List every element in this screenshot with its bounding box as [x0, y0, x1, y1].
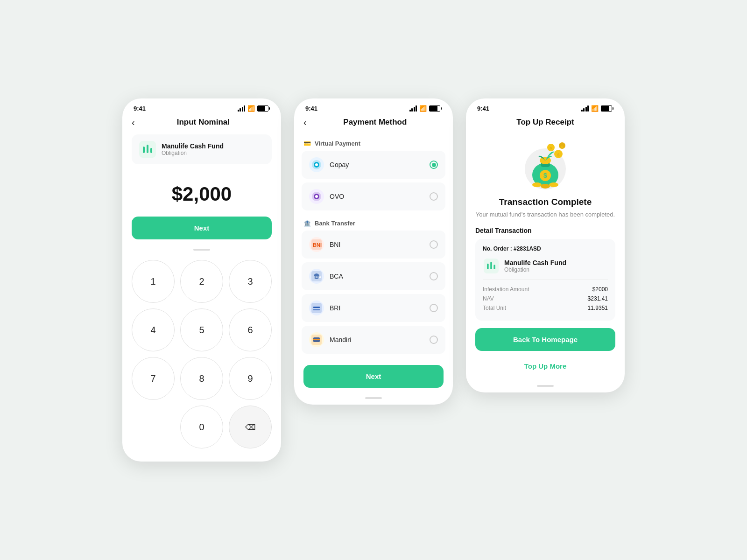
num-key-7[interactable]: 7	[132, 357, 175, 400]
receipt-fund-icon	[483, 258, 500, 274]
order-no-value: #2831ASD	[514, 245, 541, 252]
signal-icon-2	[409, 106, 417, 112]
payment-item-bca[interactable]: BCA BCA	[302, 262, 445, 290]
svg-rect-16	[313, 307, 320, 308]
svg-point-28	[541, 184, 550, 189]
time-1: 9:41	[134, 105, 146, 112]
num-key-3[interactable]: 3	[229, 260, 272, 303]
screen-payment-method: 9:41 📶 ‹ Payment Method 💳 Virtual Paymen…	[294, 98, 453, 405]
fund-card-1: Manulife Cash Fund Obligation	[132, 134, 272, 164]
svg-rect-38	[490, 262, 492, 269]
num-key-6[interactable]: 6	[229, 308, 272, 351]
back-to-homepage-button[interactable]: Back To Homepage	[475, 328, 615, 351]
gopay-icon	[309, 157, 324, 172]
bca-name: BCA	[330, 273, 430, 280]
order-no: No. Order : #2831ASD	[483, 245, 608, 252]
svg-point-9	[315, 195, 318, 198]
num-key-1[interactable]: 1	[132, 260, 175, 303]
gopay-radio[interactable]	[430, 161, 438, 169]
unit-value: 11.9351	[588, 305, 608, 311]
detail-title: Detail Transaction	[475, 227, 615, 234]
bri-icon	[309, 301, 324, 315]
svg-rect-37	[487, 263, 489, 269]
status-icons-3: 📶	[581, 105, 614, 112]
wifi-icon-3: 📶	[591, 105, 599, 112]
bri-radio[interactable]	[430, 304, 438, 312]
signal-icon-3	[581, 106, 589, 112]
payment-item-ovo[interactable]: OVO	[302, 182, 445, 210]
num-key-0[interactable]: 0	[180, 406, 223, 448]
status-bar-3: 9:41 📶	[466, 98, 625, 116]
fund-type-1: Obligation	[162, 150, 224, 156]
virtual-payment-label: 💳 Virtual Payment	[294, 134, 453, 151]
payment-item-bri[interactable]: BRI	[302, 294, 445, 322]
fund-name-1: Manulife Cash Fund	[162, 142, 224, 150]
ovo-name: OVO	[330, 193, 430, 200]
bca-radio[interactable]	[430, 272, 438, 280]
svg-rect-39	[493, 265, 495, 269]
numpad: 1 2 3 4 5 6 7 8 9 0 ⌫	[122, 260, 281, 462]
receipt-header: Top Up Receipt	[466, 116, 625, 131]
mandiri-name: Mandiri	[330, 336, 430, 343]
receipt-illustration: $ $ $ $	[466, 131, 625, 197]
svg-point-29	[549, 182, 558, 187]
num-key-4[interactable]: 4	[132, 308, 175, 351]
ovo-icon	[309, 189, 324, 204]
wifi-icon-1: 📶	[247, 105, 255, 112]
svg-text:BCA: BCA	[314, 275, 321, 279]
svg-point-27	[532, 182, 542, 187]
mandiri-radio[interactable]	[430, 336, 438, 344]
svg-text:$: $	[543, 172, 547, 179]
complete-subtitle: Your mutual fund's transaction has been …	[475, 210, 615, 219]
svg-rect-1	[143, 147, 145, 153]
svg-text:$: $	[550, 146, 552, 150]
next-button-2[interactable]: Next	[303, 365, 444, 388]
amount-display: $2,000	[122, 174, 281, 217]
bca-icon: BCA	[309, 269, 324, 284]
bank-transfer-label: 🏦 Bank Transfer	[294, 214, 453, 231]
screen-header-2: ‹ Payment Method	[294, 116, 453, 134]
wifi-icon-2: 📶	[419, 105, 427, 112]
num-key-2[interactable]: 2	[180, 260, 223, 303]
back-button-1[interactable]: ‹	[132, 118, 135, 127]
svg-rect-2	[147, 145, 148, 153]
receipt-fund-name: Manulife Cash Fund	[504, 259, 566, 266]
bank-transfer-icon: 🏦	[303, 220, 311, 227]
ovo-radio[interactable]	[430, 192, 438, 201]
status-bar-2: 9:41 📶	[294, 98, 453, 116]
status-bar-1: 9:41 📶	[122, 98, 281, 116]
detail-fund-row: Manulife Cash Fund Obligation	[483, 258, 608, 280]
status-icons-1: 📶	[238, 105, 270, 112]
num-key-5[interactable]: 5	[180, 308, 223, 351]
complete-title: Transaction Complete	[475, 197, 615, 207]
svg-rect-3	[150, 148, 152, 153]
detail-card: No. Order : #2831ASD Manulife Cash Fund	[475, 239, 615, 321]
screen-title-2: Payment Method	[307, 118, 444, 127]
back-button-2[interactable]: ‹	[303, 118, 307, 127]
payment-item-gopay[interactable]: Gopay	[302, 151, 445, 179]
num-key-9[interactable]: 9	[229, 357, 272, 400]
screens-container: 9:41 📶 ‹ Input Nominal	[104, 80, 643, 480]
svg-text:BNI: BNI	[313, 242, 322, 248]
num-key-del[interactable]: ⌫	[229, 406, 272, 448]
svg-text:$: $	[557, 153, 559, 157]
status-icons-2: 📶	[409, 105, 442, 112]
bank-transfer-list: BNI BNI BCA BCA	[294, 231, 453, 354]
topup-more-button[interactable]: Top Up More	[475, 357, 615, 376]
payment-item-bni[interactable]: BNI BNI	[302, 231, 445, 259]
fund-info-1: Manulife Cash Fund Obligation	[162, 142, 224, 156]
num-key-8[interactable]: 8	[180, 357, 223, 400]
next-button-1[interactable]: Next	[132, 217, 272, 239]
payment-item-mandiri[interactable]: Mandiri	[302, 326, 445, 354]
investment-value: $2000	[592, 286, 608, 293]
receipt-fund-info: Manulife Cash Fund Obligation	[504, 259, 566, 273]
bni-icon: BNI	[309, 237, 324, 252]
bni-radio[interactable]	[430, 240, 438, 249]
screen-receipt: 9:41 📶 Top Up Receipt	[466, 98, 625, 392]
time-2: 9:41	[305, 105, 317, 112]
detail-section: Detail Transaction No. Order : #2831ASD	[475, 227, 615, 321]
svg-point-6	[315, 163, 318, 166]
gopay-name: Gopay	[330, 161, 430, 168]
detail-row-investment: Infestation Amount $2000	[483, 286, 608, 293]
scroll-indicator-2	[365, 397, 382, 399]
